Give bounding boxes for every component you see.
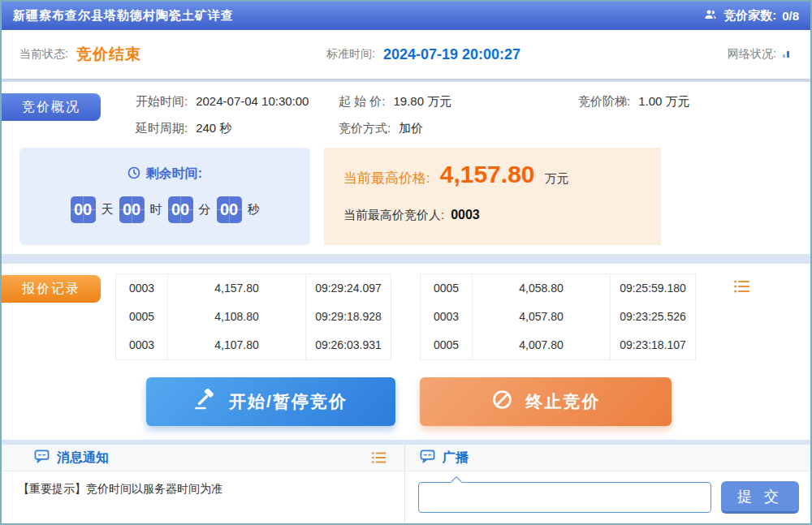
- server-time: 标准时间: 2024-07-19 20:00:27: [326, 30, 520, 79]
- countdown-panel: 剩余时间: 00 天 00 时 00 分 00 秒: [19, 148, 310, 245]
- countdown-seconds-unit: 秒: [248, 202, 260, 217]
- notice-title: 消息通知: [57, 450, 109, 467]
- records-badge: 报价记录: [2, 275, 101, 303]
- highest-price-value: 4,157.80: [440, 161, 535, 188]
- highest-bidder-label: 当前最高价竞价人:: [343, 208, 444, 222]
- countdown-seconds: 00: [217, 196, 242, 223]
- chat-icon: [420, 449, 435, 467]
- field-value: 1.00 万元: [638, 94, 689, 108]
- terminate-bid-button[interactable]: 终止竞价: [420, 377, 672, 426]
- table-row: 0005 4,007.80 09:23:18.107: [421, 331, 695, 359]
- bidder-cell: 0003: [421, 303, 473, 331]
- time-label: 标准时间:: [326, 47, 375, 62]
- countdown-minutes: 00: [168, 196, 193, 223]
- time-cell: 09:23:18.107: [611, 331, 695, 359]
- field-delay-period: 延时周期:240 秒: [136, 121, 231, 136]
- bidder-cell: 0005: [421, 274, 473, 303]
- countdown-hours: 00: [119, 196, 145, 223]
- current-state: 当前状态: 竞价结束: [19, 30, 141, 79]
- footer: 消息通知 【重要提示】竞价时间以服务器时间为准: [2, 445, 810, 523]
- highest-price-unit: 万元: [545, 171, 569, 187]
- field-start-time: 开始时间:2024-07-04 10:30:00: [136, 94, 309, 110]
- time-cell: 09:29:24.097: [306, 274, 391, 303]
- field-bid-step: 竞价阶梯:1.00 万元: [578, 94, 690, 110]
- gavel-icon: [194, 389, 216, 415]
- field-label: 起 始 价:: [339, 94, 386, 108]
- countdown-title: 剩余时间:: [19, 166, 310, 183]
- bidder-cell: 0003: [116, 274, 168, 303]
- highest-price-row: 当前最高价格: 4,157.80 万元: [343, 161, 569, 188]
- start-pause-bid-button[interactable]: 开始/暂停竞价: [146, 377, 395, 426]
- price-cell: 4,057.80: [473, 303, 611, 331]
- field-label: 开始时间:: [136, 94, 188, 108]
- records-list-icon[interactable]: [732, 277, 752, 296]
- highest-price-label: 当前最高价格:: [343, 169, 430, 187]
- price-cell: 4,007.80: [473, 331, 611, 359]
- price-cell: 4,157.80: [168, 274, 306, 303]
- broadcast-title: 广播: [443, 450, 469, 467]
- time-value: 2024-07-19 20:00:27: [383, 46, 520, 63]
- notice-header: 消息通知: [2, 445, 404, 471]
- records-section: 报价记录 0003 4,157.80 09:29:24.097 0005 4,1…: [2, 264, 810, 440]
- table-row: 0005 4,058.80 09:25:59.180: [421, 274, 695, 303]
- title-bar: 新疆察布查尔县塔勒德村陶瓷土矿详查 竞价家数: 0/8: [2, 2, 810, 30]
- price-cell: 4,108.80: [168, 303, 306, 331]
- field-value: 240 秒: [196, 121, 231, 135]
- broadcast-input-wrap: [418, 482, 711, 513]
- broadcast-row: 提 交: [418, 481, 799, 514]
- highest-bidder-value: 0003: [451, 208, 480, 222]
- broadcast-header: 广播: [405, 445, 810, 471]
- broadcast-input[interactable]: [418, 482, 711, 513]
- overview-section: 竞价概况 开始时间:2024-07-04 10:30:00 起 始 价:19.8…: [2, 82, 810, 254]
- countdown-hours-unit: 时: [150, 202, 162, 217]
- price-cell: 4,058.80: [473, 274, 611, 303]
- network-status: 网络状况:: [728, 30, 789, 79]
- notice-list-icon[interactable]: [370, 449, 388, 467]
- network-label: 网络状况:: [728, 47, 776, 62]
- notice-panel: 消息通知 【重要提示】竞价时间以服务器时间为准: [2, 445, 405, 523]
- bidders-count: 0/8: [782, 9, 799, 23]
- field-label: 竞价方式:: [339, 121, 391, 135]
- bidder-cell: 0003: [116, 331, 168, 359]
- page-title: 新疆察布查尔县塔勒德村陶瓷土矿详查: [13, 8, 234, 24]
- field-bid-mode: 竞价方式:加价: [339, 121, 423, 136]
- bid-table-left: 0003 4,157.80 09:29:24.097 0005 4,108.80…: [115, 273, 391, 360]
- status-bar: 当前状态: 竞价结束 标准时间: 2024-07-19 20:00:27 网络状…: [2, 30, 810, 79]
- notice-message: 【重要提示】竞价时间以服务器时间为准: [2, 471, 404, 507]
- bidders-counter: 竞价家数: 0/8: [703, 7, 799, 24]
- broadcast-panel: 广播 提 交: [405, 445, 810, 523]
- table-row: 0005 4,108.80 09:29:18.928: [116, 303, 391, 331]
- table-row: 0003 4,057.80 09:23:25.526: [421, 303, 695, 331]
- time-cell: 09:23:25.526: [611, 303, 695, 331]
- bidders-label: 竞价家数:: [723, 8, 776, 24]
- ban-icon: [491, 389, 513, 415]
- table-row: 0003 4,157.80 09:29:24.097: [116, 274, 391, 303]
- submit-button[interactable]: 提 交: [721, 481, 799, 514]
- countdown-days: 00: [71, 196, 96, 223]
- table-row: 0003 4,107.80 09:26:03.931: [116, 331, 391, 359]
- chat-icon: [34, 449, 50, 467]
- field-label: 竞价阶梯:: [578, 94, 630, 108]
- highest-bidder-row: 当前最高价竞价人:0003: [343, 208, 480, 223]
- users-icon: [703, 7, 718, 24]
- start-pause-label: 开始/暂停竞价: [229, 390, 348, 413]
- state-value: 竞价结束: [76, 44, 141, 65]
- countdown-digits: 00 天 00 时 00 分 00 秒: [19, 196, 310, 223]
- field-value: 19.80 万元: [394, 94, 452, 108]
- highest-price-panel: 当前最高价格: 4,157.80 万元 当前最高价竞价人:0003: [324, 148, 661, 245]
- signal-icon: [783, 51, 789, 58]
- clock-icon: [127, 166, 140, 183]
- countdown-label: 剩余时间:: [146, 166, 202, 183]
- field-value: 2024-07-04 10:30:00: [196, 94, 309, 108]
- time-cell: 09:26:03.931: [306, 331, 391, 359]
- price-cell: 4,107.80: [168, 331, 306, 359]
- time-cell: 09:29:18.928: [306, 303, 391, 331]
- time-cell: 09:25:59.180: [611, 274, 695, 303]
- field-start-price: 起 始 价:19.80 万元: [339, 94, 451, 110]
- field-value: 加价: [399, 121, 423, 135]
- countdown-minutes-unit: 分: [199, 202, 211, 217]
- auction-page: 新疆察布查尔县塔勒德村陶瓷土矿详查 竞价家数: 0/8 当前状态: 竞价结束 标…: [0, 0, 812, 525]
- state-label: 当前状态:: [19, 47, 68, 62]
- field-label: 延时周期:: [136, 121, 188, 135]
- bidder-cell: 0005: [116, 303, 168, 331]
